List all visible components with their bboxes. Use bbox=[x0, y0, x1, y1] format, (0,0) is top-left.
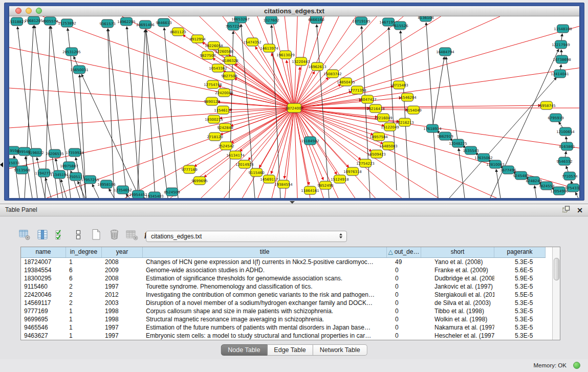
tab-network-table[interactable]: Network Table bbox=[313, 344, 367, 356]
column-header-name[interactable]: name bbox=[21, 247, 66, 257]
graph-node[interactable]: 15650031 bbox=[70, 65, 89, 74]
column-header-title[interactable]: title bbox=[143, 247, 387, 257]
graph-node[interactable]: 10975887 bbox=[60, 162, 78, 170]
column-header-out_de[interactable]: △out_de… bbox=[387, 247, 421, 257]
graph-node[interactable]: 9827507 bbox=[200, 51, 215, 59]
graph-node[interactable]: 20206535 bbox=[46, 149, 64, 158]
graph-node[interactable]: 7615526 bbox=[392, 21, 408, 30]
table-row[interactable]: 1872400712008Changes of HCN gene express… bbox=[21, 258, 546, 266]
column-header-in_degree[interactable]: in_degree bbox=[66, 247, 102, 257]
graph-node[interactable]: 9890123 bbox=[204, 97, 220, 105]
table-row[interactable]: 1938455462009Genome-wide association stu… bbox=[21, 266, 546, 274]
close-panel-icon[interactable]: ✕ bbox=[577, 206, 583, 214]
graph-node[interactable]: 2718120 bbox=[207, 133, 223, 141]
graph-hub-node[interactable]: 18724007 bbox=[285, 103, 303, 113]
graph-node[interactable]: 1327602 bbox=[263, 16, 279, 24]
graph-node[interactable]: 9846613 bbox=[156, 18, 171, 27]
column-header-year[interactable]: year bbox=[102, 247, 143, 257]
graph-node[interactable]: 9699695 bbox=[191, 177, 207, 185]
graph-node[interactable]: 7710574 bbox=[561, 172, 578, 180]
graph-node[interactable]: 16962613 bbox=[308, 62, 326, 71]
graph-node[interactable]: 16484794 bbox=[436, 48, 454, 56]
graph-node[interactable]: 12048225 bbox=[449, 139, 467, 147]
graph-node[interactable]: 1677496 bbox=[500, 166, 516, 174]
table-row[interactable]: 946362711997Embryonic stem cells: a mode… bbox=[21, 332, 546, 340]
graph-node[interactable]: 19613029 bbox=[276, 51, 295, 59]
graph-node[interactable]: 9154049 bbox=[405, 106, 421, 114]
graph-node[interactable]: 9546332 bbox=[556, 157, 572, 165]
table-settings-icon[interactable] bbox=[17, 228, 32, 242]
graph-node[interactable]: 15958745 bbox=[537, 101, 556, 110]
scrollbar-thumb[interactable] bbox=[554, 258, 559, 280]
graph-node[interactable]: 11253892 bbox=[58, 19, 76, 27]
graph-node[interactable]: 8136104 bbox=[418, 16, 434, 21]
graph-node[interactable]: 6466160 bbox=[308, 16, 324, 24]
graph-node[interactable]: 9827508 bbox=[221, 72, 237, 80]
graph-node[interactable]: 12100654 bbox=[556, 127, 575, 136]
graph-node[interactable]: 9313568 bbox=[14, 166, 30, 174]
zoom-window-button[interactable] bbox=[36, 8, 42, 14]
table-scrollbar[interactable] bbox=[552, 247, 560, 340]
graph-node[interactable]: 9361573 bbox=[99, 19, 115, 28]
graph-node[interactable]: 12414041 bbox=[551, 70, 569, 78]
graph-node[interactable]: 11548108 bbox=[554, 25, 572, 33]
table-mode-icon[interactable] bbox=[71, 228, 85, 242]
graph-node[interactable]: 11864161 bbox=[301, 186, 319, 194]
graph-node[interactable]: 12217949 bbox=[552, 40, 570, 49]
graph-node[interactable]: 15474352 bbox=[243, 38, 262, 46]
graph-node[interactable]: 13216418 bbox=[366, 104, 385, 113]
column-header-short[interactable]: short bbox=[421, 247, 494, 257]
graph-node[interactable]: 9862919 bbox=[437, 132, 453, 140]
graph-node[interactable]: 12754746 bbox=[204, 80, 222, 89]
graph-node[interactable]: 16047427 bbox=[358, 95, 377, 103]
panel-collapse-handle[interactable] bbox=[0, 162, 3, 167]
table-row[interactable]: 977716911998Corpus callosum shape and si… bbox=[21, 307, 546, 315]
graph-node[interactable]: 14613974 bbox=[260, 44, 278, 52]
graph-node[interactable]: 8601123 bbox=[170, 28, 186, 36]
graph-node[interactable]: 20691406 bbox=[136, 20, 155, 29]
row-selection-icon[interactable] bbox=[53, 228, 68, 242]
graph-node[interactable]: 9115460 bbox=[248, 168, 264, 177]
graph-node[interactable]: 14962205 bbox=[117, 17, 136, 26]
close-window-button[interactable] bbox=[15, 8, 21, 14]
float-panel-icon[interactable] bbox=[562, 206, 570, 215]
graph-node[interactable]: 10958106 bbox=[97, 180, 116, 188]
graph-node[interactable]: 8163861 bbox=[559, 142, 575, 150]
graph-node[interactable]: 9754331 bbox=[565, 184, 579, 192]
graph-node[interactable]: 6795919 bbox=[548, 114, 563, 122]
column-header-pagerank[interactable]: pagerank bbox=[494, 247, 546, 257]
graph-node[interactable]: 4905574 bbox=[42, 17, 58, 25]
graph-node[interactable]: 10976318 bbox=[343, 167, 362, 176]
table-row[interactable]: 1456911722003Disruption of a novel membe… bbox=[21, 299, 546, 307]
table-row[interactable]: 969969511998Structural magnetic resonanc… bbox=[21, 315, 546, 323]
graph-node[interactable]: 15124918 bbox=[331, 175, 349, 183]
column-visibility-icon[interactable] bbox=[35, 228, 50, 242]
graph-node[interactable]: 13220443 bbox=[292, 57, 310, 65]
graph-node[interactable]: 14850435 bbox=[337, 78, 355, 86]
graph-node[interactable]: 9777169 bbox=[181, 165, 197, 173]
graph-node[interactable]: 15083742 bbox=[323, 70, 342, 78]
graph-node[interactable]: 8186328 bbox=[222, 56, 238, 64]
tab-node-table[interactable]: Node Table bbox=[221, 344, 267, 356]
table-row[interactable]: 1830029562008Estimation of significance … bbox=[21, 274, 546, 282]
graph-node[interactable]: 15318827 bbox=[9, 17, 26, 26]
table-row[interactable]: 911546021997Tourette syndrome. Phenomeno… bbox=[21, 282, 546, 291]
graph-node[interactable]: 11546204 bbox=[398, 93, 417, 101]
graph-node[interactable]: 7957224 bbox=[225, 22, 242, 30]
graph-node[interactable]: 9852493 bbox=[317, 181, 333, 189]
graph-node[interactable]: 9196022 bbox=[28, 148, 43, 157]
graph-node[interactable]: 20531205 bbox=[62, 48, 81, 56]
graph-node[interactable]: 7524542 bbox=[218, 142, 234, 150]
graph-node[interactable]: 20681205 bbox=[25, 16, 43, 25]
create-column-icon[interactable] bbox=[89, 228, 103, 242]
graph-node[interactable]: 18300215 bbox=[205, 115, 223, 123]
graph-node[interactable]: 17618914 bbox=[423, 124, 442, 133]
minimize-window-button[interactable] bbox=[26, 8, 32, 14]
memory-status-indicator[interactable] bbox=[573, 362, 580, 369]
graph-node[interactable]: 8912954 bbox=[189, 35, 206, 43]
graph-node[interactable]: 16509423 bbox=[367, 150, 386, 158]
table-row[interactable]: 2242004622012Investigating the contribut… bbox=[21, 291, 546, 299]
graph-node[interactable]: 1535543 bbox=[463, 146, 478, 155]
tab-edge-table[interactable]: Edge Table bbox=[267, 344, 313, 356]
table-row[interactable]: 946554611997Estimation of the future num… bbox=[21, 323, 546, 332]
